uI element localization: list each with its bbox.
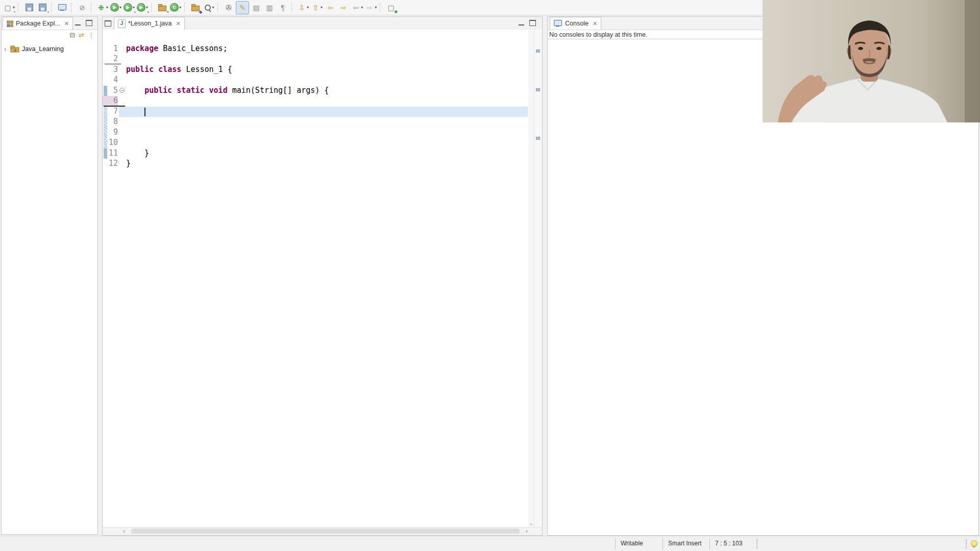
close-icon[interactable]: ✕ xyxy=(176,20,180,27)
changed-line-underline-6 xyxy=(104,106,125,107)
toolbar-separator xyxy=(184,3,187,12)
chevron-down-icon[interactable]: ▾ xyxy=(307,5,309,10)
overview-ruler[interactable] xyxy=(534,30,542,528)
maximize-icon[interactable] xyxy=(86,20,92,26)
minimize-icon[interactable] xyxy=(519,20,524,26)
new-java-project-button[interactable]: + xyxy=(156,2,168,14)
open-console-button[interactable] xyxy=(56,2,68,14)
ruler-annotation-mark[interactable] xyxy=(536,88,540,91)
coverage-button[interactable]: ▶▪▾ xyxy=(136,2,149,14)
java-file-icon: J xyxy=(118,19,126,28)
forward-arrow-icon: ⇨ xyxy=(365,3,374,12)
new-class-button[interactable]: C▾ xyxy=(169,2,182,14)
code-line-11[interactable]: } xyxy=(126,148,149,159)
chevron-right-icon[interactable]: › xyxy=(4,45,10,53)
restore-view-icon[interactable] xyxy=(105,20,111,27)
code-line-1[interactable]: package Basic_Lessons; xyxy=(126,44,228,54)
package-explorer-toolbar: ⊟ ⇄ ⋮ xyxy=(69,31,94,40)
debug-button[interactable]: ❉▾ xyxy=(96,2,109,14)
chevron-down-icon[interactable]: ▾ xyxy=(13,5,15,10)
run-last-button[interactable]: ▶▪▾ xyxy=(123,2,135,14)
drag-handle-icon xyxy=(966,539,967,548)
bug-icon: ❉ xyxy=(96,3,106,12)
package-explorer-icon xyxy=(7,20,13,27)
run-button[interactable]: ▶▾ xyxy=(110,2,122,14)
code-line-3[interactable]: public class Lesson_1 { xyxy=(126,65,232,75)
show-whitespace-button[interactable]: ▤ xyxy=(250,2,262,14)
ruler-annotation-mark[interactable] xyxy=(536,49,540,53)
code-line-12[interactable]: } xyxy=(126,159,131,169)
console-message: No consoles to display at this time. xyxy=(549,31,647,38)
next-edit-location-button[interactable]: ⇨ xyxy=(337,2,350,14)
pin-editor-button[interactable]: ▢✚ xyxy=(385,2,397,14)
project-name: Java_Learning xyxy=(22,45,64,53)
back-arrow-icon: ⇦ xyxy=(351,3,360,12)
tab-lesson1-java[interactable]: J *Lesson_1.java ✕ xyxy=(114,17,185,30)
line-number-6: 6 xyxy=(103,96,118,106)
toolbar-separator xyxy=(51,3,54,12)
open-task-button[interactable]: ✇ xyxy=(223,2,235,14)
mark-occurrences-button[interactable]: ✎ xyxy=(236,1,249,14)
last-edit-location-button[interactable]: ⇦ xyxy=(324,2,336,14)
code-token xyxy=(172,86,177,95)
editor-tab-title: *Lesson_1.java xyxy=(128,20,172,27)
changed-line-underline-2 xyxy=(105,64,121,65)
editor-tabstrip: J *Lesson_1.java ✕ xyxy=(103,17,542,30)
fold-collapse-icon[interactable]: − xyxy=(119,88,125,93)
close-icon[interactable]: ✕ xyxy=(64,20,69,27)
link-with-editor-icon[interactable]: ⇄ xyxy=(79,31,84,39)
chevron-down-icon[interactable]: ▾ xyxy=(119,5,121,10)
code-token: } xyxy=(126,148,149,158)
open-resource-button[interactable]: ◆ xyxy=(189,2,202,14)
line-number-11: 11 xyxy=(103,148,118,159)
editor-body[interactable]: − 1package Basic_Lessons;23public class … xyxy=(103,30,542,528)
next-annotation-button[interactable]: ⇩▾ xyxy=(297,2,309,14)
scroll-left-icon[interactable]: ‹ xyxy=(123,528,125,535)
pin-icon-badge: ✚ xyxy=(394,10,398,14)
save-all-button[interactable]: ▪ xyxy=(36,2,48,14)
tree-item-java-learning[interactable]: › J Java_Learning xyxy=(2,44,64,54)
chevron-down-icon[interactable]: ▾ xyxy=(361,5,363,10)
collapse-all-icon[interactable]: ⊟ xyxy=(69,31,75,39)
maximize-icon[interactable] xyxy=(529,20,536,26)
block-selection-button[interactable]: ▥ xyxy=(263,2,276,14)
chevron-down-icon[interactable]: ▾ xyxy=(106,5,108,10)
eclipse-window: ▢+▾▪⊘❉▾▶▾▶▪▾▶▪▾+C▾◆▾✇✎▤▥¶⇩▾⇧▾⇦⇨⇦▾⇨▾▢✚ Pa… xyxy=(0,0,980,551)
code-line-5[interactable]: public static void main(String[] args) { xyxy=(126,86,329,96)
ruler-annotation-mark[interactable] xyxy=(536,137,540,140)
chevron-down-icon[interactable]: ▾ xyxy=(179,5,181,10)
scroll-down-icon[interactable]: ⌄ xyxy=(529,520,533,527)
chevron-down-icon[interactable]: ▾ xyxy=(133,5,135,10)
drag-handle-icon xyxy=(756,539,757,548)
notification-lightbulb-icon[interactable] xyxy=(971,540,977,547)
horizontal-scroll-thumb[interactable] xyxy=(131,529,520,534)
back-button[interactable]: ⇦▾ xyxy=(351,2,363,14)
skip-breakpoints-button[interactable]: ⊘ xyxy=(76,2,88,14)
pilcrow-button[interactable]: ¶ xyxy=(277,2,289,14)
new-wizard-button[interactable]: ▢+▾ xyxy=(3,2,15,14)
chevron-down-icon[interactable]: ▾ xyxy=(146,5,148,10)
text-caret xyxy=(144,108,145,116)
run-last-icon: ▶ xyxy=(124,3,132,12)
tab-package-explorer[interactable]: Package Expl... ✕ xyxy=(3,17,73,30)
status-writable: Writable xyxy=(621,540,643,547)
minimize-icon[interactable] xyxy=(75,20,81,26)
horizontal-scrollbar[interactable]: ‹ › xyxy=(103,527,542,535)
close-icon[interactable]: ✕ xyxy=(593,20,597,27)
chevron-down-icon[interactable]: ▾ xyxy=(321,5,323,10)
scroll-right-icon[interactable]: › xyxy=(526,528,528,535)
save-button[interactable] xyxy=(23,2,35,14)
chevron-down-icon[interactable]: ▾ xyxy=(212,5,214,10)
toolbar-separator xyxy=(71,3,74,12)
tab-console[interactable]: Console ✕ xyxy=(550,17,601,30)
run-last-icon-badge: ▪ xyxy=(134,10,136,14)
coverage-icon: ▶ xyxy=(137,3,145,12)
console-tab-title: Console xyxy=(565,20,589,27)
console-icon xyxy=(554,20,562,26)
chevron-down-icon[interactable]: ▾ xyxy=(375,5,377,10)
view-menu-icon[interactable]: ⋮ xyxy=(88,31,94,39)
editor-panel: J *Lesson_1.java ✕ − 1package Basic_Less… xyxy=(102,16,543,536)
forward-button[interactable]: ⇨▾ xyxy=(364,2,377,14)
previous-annotation-button[interactable]: ⇧▾ xyxy=(310,2,323,14)
search-button[interactable]: ▾ xyxy=(203,2,215,14)
